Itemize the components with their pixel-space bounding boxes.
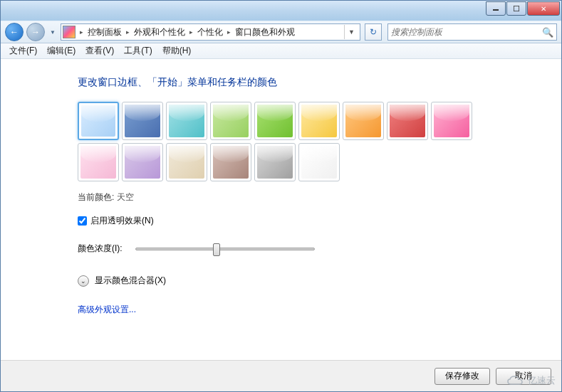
color-swatch[interactable]: [210, 102, 251, 140]
minimize-button[interactable]: [486, 1, 506, 16]
breadcrumb-seg[interactable]: 窗口颜色和外观: [232, 25, 298, 40]
search-bar[interactable]: 🔍: [387, 23, 557, 41]
breadcrumb-seg[interactable]: 控制面板: [85, 25, 125, 40]
slider-thumb[interactable]: [213, 243, 220, 256]
breadcrumb-seg[interactable]: 外观和个性化: [131, 25, 188, 40]
intensity-label: 颜色浓度(I):: [78, 243, 123, 255]
transparency-label: 启用透明效果(N): [90, 215, 154, 227]
color-swatch[interactable]: [387, 102, 428, 140]
intensity-row: 颜色浓度(I):: [78, 243, 547, 255]
transparency-row: 启用透明效果(N): [78, 215, 547, 227]
breadcrumb-arrow-icon[interactable]: ▸: [226, 28, 232, 36]
breadcrumb-arrow-icon[interactable]: ▸: [188, 28, 194, 36]
current-color-row: 当前颜色: 天空: [78, 191, 547, 203]
color-swatch[interactable]: [343, 102, 384, 140]
address-bar[interactable]: ▸ 控制面板 ▸ 外观和个性化 ▸ 个性化 ▸ 窗口颜色和外观 ▼: [61, 23, 360, 41]
color-swatch[interactable]: [254, 143, 296, 181]
breadcrumb: ▸ 控制面板 ▸ 外观和个性化 ▸ 个性化 ▸ 窗口颜色和外观 ▼: [78, 25, 358, 40]
current-color-label: 当前颜色:: [78, 192, 114, 202]
button-bar: 保存修改 取消: [1, 360, 561, 391]
color-swatch[interactable]: [166, 102, 207, 140]
close-button[interactable]: ✕: [527, 1, 560, 16]
color-swatch[interactable]: [210, 143, 251, 181]
svg-rect-1: [514, 6, 519, 11]
menu-edit[interactable]: 编辑(E): [43, 43, 80, 58]
transparency-checkbox[interactable]: [78, 216, 87, 226]
content-area: 更改窗口边框、「开始」菜单和任务栏的颜色 当前颜色: 天空 启用透明效果(N) …: [1, 59, 561, 360]
breadcrumb-seg[interactable]: 个性化: [194, 25, 226, 40]
mixer-label[interactable]: 显示颜色混合器(X): [95, 275, 166, 287]
chevron-down-icon[interactable]: ⌄: [78, 275, 89, 287]
refresh-button[interactable]: ↻: [365, 23, 382, 41]
maximize-button[interactable]: [506, 1, 526, 16]
window-controls: ✕: [486, 1, 560, 16]
menubar: 文件(F) 编辑(E) 查看(V) 工具(T) 帮助(H): [1, 43, 561, 59]
address-dropdown-icon[interactable]: ▼: [344, 25, 358, 39]
nav-history-dropdown[interactable]: ▼: [48, 26, 58, 38]
search-input[interactable]: [391, 27, 542, 37]
menu-view[interactable]: 查看(V): [81, 43, 118, 58]
color-swatch[interactable]: [122, 143, 163, 181]
breadcrumb-arrow-icon[interactable]: ▸: [125, 28, 131, 36]
back-button[interactable]: ←: [5, 23, 24, 41]
control-panel-icon: [63, 26, 76, 38]
color-swatch[interactable]: [298, 143, 340, 181]
color-swatch[interactable]: [431, 102, 472, 140]
current-color-value: 天空: [117, 192, 134, 202]
advanced-appearance-link[interactable]: 高级外观设置...: [78, 304, 136, 314]
breadcrumb-arrow-icon[interactable]: ▸: [78, 28, 85, 36]
navbar: ← → ▼ ▸ 控制面板 ▸ 外观和个性化 ▸ 个性化 ▸ 窗口颜色和外观 ▼ …: [1, 21, 561, 43]
color-swatch[interactable]: [166, 143, 207, 181]
svg-rect-0: [493, 9, 499, 11]
page-title: 更改窗口边框、「开始」菜单和任务栏的颜色: [78, 76, 547, 89]
cancel-button[interactable]: 取消: [496, 368, 551, 385]
menu-file[interactable]: 文件(F): [5, 43, 41, 58]
save-button[interactable]: 保存修改: [434, 368, 490, 385]
intensity-slider[interactable]: [135, 248, 315, 250]
color-swatch[interactable]: [122, 102, 163, 140]
menu-help[interactable]: 帮助(H): [158, 43, 196, 58]
search-icon[interactable]: 🔍: [542, 27, 553, 38]
menu-tools[interactable]: 工具(T): [120, 43, 156, 58]
mixer-row: ⌄ 显示颜色混合器(X): [78, 275, 547, 287]
color-swatch[interactable]: [78, 143, 119, 181]
color-swatch[interactable]: [254, 102, 296, 140]
color-swatch[interactable]: [298, 102, 340, 140]
titlebar: ✕: [1, 1, 561, 21]
forward-button[interactable]: →: [26, 23, 45, 41]
color-swatch-grid: [78, 102, 477, 181]
color-swatch[interactable]: [78, 102, 119, 140]
window: ✕ ← → ▼ ▸ 控制面板 ▸ 外观和个性化 ▸ 个性化 ▸ 窗口颜色和外观 …: [0, 0, 562, 392]
